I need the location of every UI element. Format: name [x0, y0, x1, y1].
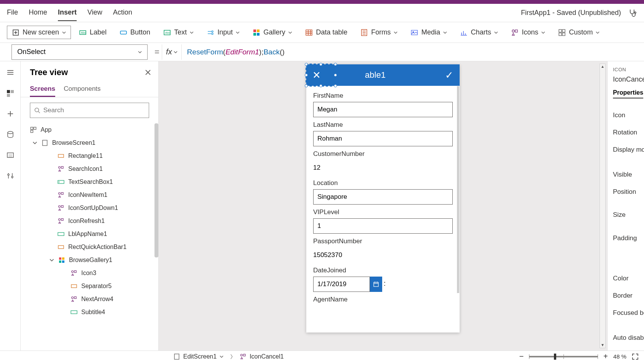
prop-row-border[interactable]: Border	[613, 288, 644, 303]
svg-rect-35	[562, 29, 565, 32]
prop-row-icon[interactable]: Icon	[613, 108, 644, 123]
crumb-label: EditScreen1	[183, 353, 217, 360]
tree-scrollbar[interactable]	[154, 123, 158, 257]
tree-list[interactable]: App BrowseScreen1 Rectangle11 SearchIcon…	[21, 123, 158, 351]
fx-button[interactable]: fx	[162, 44, 182, 60]
scroll-down-icon[interactable]: ▼	[600, 342, 605, 348]
svg-rect-83	[71, 311, 77, 314]
text-button[interactable]: Abc Text	[158, 26, 199, 39]
zoom-percent: 48 %	[613, 353, 626, 360]
crumb-separator-icon	[230, 354, 233, 359]
svg-rect-63	[61, 167, 63, 169]
prop-row-visible[interactable]: Visible	[613, 167, 644, 182]
gallery-button[interactable]: Gallery	[248, 26, 297, 39]
field-input-firstname[interactable]: Megan	[313, 102, 453, 117]
prop-row-rotation[interactable]: Rotation	[613, 125, 644, 140]
field-input-viplevel[interactable]: 1	[313, 218, 453, 234]
tree-item-lblappname1[interactable]: LblAppName1	[21, 228, 158, 241]
charts-button[interactable]: Charts	[455, 26, 503, 39]
input-button[interactable]: Input	[202, 26, 245, 39]
tree-item-subtitle4[interactable]: Subtitle4	[21, 306, 158, 319]
menu-action[interactable]: Action	[113, 5, 132, 21]
icons-button[interactable]: Icons	[506, 26, 550, 39]
advanced-tools-icon[interactable]	[6, 172, 15, 180]
tree-item-icon3[interactable]: Icon3	[21, 267, 158, 280]
prop-row-position[interactable]: Position	[613, 184, 644, 199]
chevron-down-icon	[494, 31, 498, 34]
field-label-agentname: AgentName	[313, 296, 453, 303]
menu-insert[interactable]: Insert	[58, 5, 77, 21]
tree-item-app[interactable]: App	[21, 123, 158, 136]
tree-search-input[interactable]	[30, 103, 149, 118]
tree-item-iconnewitem1[interactable]: IconNewItem1	[21, 188, 158, 201]
tab-screens[interactable]: Screens	[30, 82, 55, 97]
caret-down-icon	[49, 257, 54, 263]
prop-row-color[interactable]: Color	[613, 271, 644, 286]
property-selector[interactable]: OnSelect	[12, 44, 148, 60]
tree-item-label: Subtitle4	[81, 309, 105, 316]
crumb-editscreen1[interactable]: EditScreen1	[170, 352, 227, 361]
form-scrollbar[interactable]	[457, 86, 459, 293]
media-button[interactable]: Media	[406, 26, 452, 39]
prop-row-padding[interactable]: Padding	[613, 231, 644, 246]
field-input-lastname[interactable]: Rohman	[313, 131, 453, 146]
selection-handle[interactable]	[306, 64, 336, 87]
forms-button[interactable]: Forms	[355, 26, 402, 39]
properties-tab[interactable]: Properties	[613, 89, 643, 98]
tree-item-rectangle11[interactable]: Rectangle11	[21, 149, 158, 162]
field-input-datejoined[interactable]: 1/17/2019	[313, 277, 370, 292]
app-checker-icon[interactable]	[628, 8, 637, 18]
data-icon[interactable]	[6, 130, 15, 139]
accept-icon[interactable]: ✓	[445, 69, 453, 81]
canvas-area[interactable]: ✕ able1 ✓ FirstName Megan LastName Rohma…	[159, 61, 607, 351]
prop-row-display-mode[interactable]: Display mode	[613, 142, 644, 157]
menu-view[interactable]: View	[87, 5, 102, 21]
field-input-location[interactable]: Singapore	[313, 189, 453, 205]
prop-row-focused-border[interactable]: Focused borde	[613, 305, 644, 320]
prop-row-size[interactable]: Size	[613, 207, 644, 222]
media-nav-icon[interactable]	[6, 151, 15, 159]
menu-home[interactable]: Home	[29, 5, 47, 21]
rectangle-icon	[58, 152, 64, 159]
tree-item-textsearchbox1[interactable]: TextSearchBox1	[21, 175, 158, 188]
tree-item-separator5[interactable]: Separator5	[21, 280, 158, 293]
tree-item-browsescreen1[interactable]: BrowseScreen1	[21, 136, 158, 149]
formula-input[interactable]: ResetForm(EditForm1);Back()	[182, 44, 644, 60]
label-button[interactable]: Abc Label	[74, 26, 112, 39]
date-picker-button[interactable]	[370, 277, 382, 292]
svg-rect-64	[58, 180, 64, 183]
crumb-iconcancel1[interactable]: IconCancel1	[237, 352, 287, 361]
button-button[interactable]: Button	[115, 26, 155, 39]
zoom-out-button[interactable]: −	[519, 352, 524, 361]
hamburger-icon[interactable]	[6, 68, 15, 77]
tree-item-nextarrow4[interactable]: NextArrow4	[21, 293, 158, 306]
formula-bar: OnSelect = fx ResetForm(EditForm1);Back(…	[0, 43, 644, 61]
fit-to-window-icon[interactable]	[632, 353, 639, 360]
close-panel-icon[interactable]	[145, 69, 151, 76]
zoom-in-button[interactable]: +	[603, 352, 608, 361]
tree-search-field[interactable]	[43, 106, 145, 114]
tree-item-iconrefresh1[interactable]: IconRefresh1	[21, 215, 158, 228]
tab-components[interactable]: Components	[64, 82, 100, 97]
data-table-button[interactable]: Data table	[300, 26, 352, 39]
menu-file[interactable]: File	[7, 5, 18, 21]
tree-view-icon[interactable]	[6, 89, 15, 97]
app-icon	[30, 126, 37, 133]
prop-row-auto-disable[interactable]: Auto disable o	[613, 330, 644, 345]
custom-button[interactable]: Custom	[553, 26, 605, 39]
scroll-up-icon[interactable]: ▲	[600, 64, 605, 69]
canvas-scrollbar[interactable]: ▲ ▼	[600, 64, 606, 348]
zoom-slider[interactable]	[529, 356, 598, 357]
cancel-icon[interactable]: ✕	[312, 69, 321, 81]
tree-item-label: LblAppName1	[68, 231, 107, 238]
svg-rect-41	[7, 90, 10, 93]
tree-item-browsegallery1[interactable]: BrowseGallery1	[21, 254, 158, 267]
textinput-icon	[58, 179, 64, 185]
tree-item-searchicon1[interactable]: SearchIcon1	[21, 162, 158, 175]
tree-item-iconsortupdown1[interactable]: IconSortUpDown1	[21, 201, 158, 215]
insert-icon[interactable]	[6, 110, 15, 118]
new-screen-button[interactable]: New screen	[7, 26, 71, 39]
chevron-down-icon	[190, 31, 194, 34]
tree-item-rectquickactionbar1[interactable]: RectQuickActionBar1	[21, 241, 158, 254]
tree-view-panel: Tree view Screens Components App BrowseS…	[21, 61, 159, 351]
